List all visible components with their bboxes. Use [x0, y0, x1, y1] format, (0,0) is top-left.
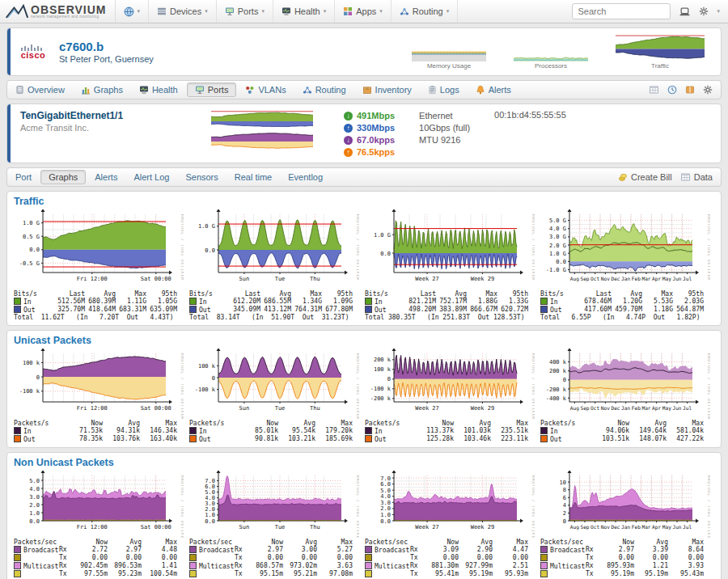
legend-header-cell: Packets/sec [189, 539, 249, 546]
legend-header-cell: Max [668, 539, 704, 546]
graph-traffic-year[interactable]: 5.0 G4.0 G3.0 G2.0 G1.0 G0.0-1.0 GAugSep… [540, 209, 710, 321]
action-data[interactable]: Data [680, 172, 713, 182]
nav-menu-globe[interactable]: ▾ [116, 0, 150, 23]
x-tick-label: Oct [590, 405, 599, 411]
graph-unicast-day[interactable]: 100 k0-100 kFri 12:00Sat 00:00RRDTOOL / … [14, 349, 184, 443]
gear-icon[interactable] [703, 85, 713, 95]
tab-graphs[interactable]: Graphs [74, 83, 130, 96]
table-icon[interactable] [649, 85, 659, 95]
port-tab-graphs[interactable]: Graphs [40, 170, 86, 184]
port-tab-label: Alerts [95, 172, 117, 182]
legend-value: 0.00 [668, 554, 704, 562]
gear-icon[interactable] [699, 6, 709, 16]
rrd-graph-week: 100 k0-100 kSunTueThuRRDTOOL / TOBI OETI… [189, 349, 359, 420]
chevron-down-icon: ▾ [324, 8, 327, 15]
nav-menu-ports[interactable]: Ports▾ [217, 0, 273, 23]
y-tick-label: 3.0 G [549, 234, 566, 240]
tab-health[interactable]: Health [132, 83, 185, 96]
action-create-bill[interactable]: Create Bill [618, 172, 672, 182]
legend-direction: Rx [235, 546, 249, 554]
legend-value: 564.87M [673, 306, 704, 314]
port-name[interactable]: TenGigabitEthernet1/1 [20, 110, 182, 121]
nav-menu-label: Health [294, 6, 320, 16]
clock-icon[interactable] [667, 85, 677, 95]
chevron-down-icon: ▾ [717, 8, 720, 15]
graph-nonunicast-month[interactable]: 7.06.05.04.03.02.01.00.0Week 27Week 29RR… [365, 471, 535, 578]
y-tick-label: 200 k [374, 357, 392, 363]
legend-value: 1.18G [642, 306, 673, 314]
graph-unicast-week[interactable]: 100 k0-100 kSunTueThuRRDTOOL / TOBI OETI… [189, 349, 359, 443]
graph-unicast-month[interactable]: 200 k100 k0-100 k-200 kWeek 27Week 29RRD… [365, 349, 535, 443]
legend-value: 146.34k [140, 427, 177, 435]
legend-value: 95.15m [249, 570, 283, 578]
legend-value: 95.41m [425, 570, 459, 578]
rrd-graph-year: 1086420AugSepOctNovDecJanFebMarAprMayJun… [540, 471, 710, 539]
tab-vlans[interactable]: VLANs [238, 83, 293, 96]
legend-value: 1.88G [467, 298, 497, 306]
x-tick-label: Mar [641, 276, 650, 281]
legend-direction: Tx [59, 570, 74, 578]
graph-nonunicast-day[interactable]: 5.04.03.02.01.00.0Fri 12:00Sat 00:00RRDT… [14, 471, 184, 578]
tab-logs[interactable]: Logs [421, 83, 467, 96]
observium-logo[interactable]: OBSERVIUM network management and monitor… [0, 0, 116, 23]
port-tab-alert-log[interactable]: Alert Log [126, 171, 176, 184]
legend-row-label: In [14, 427, 66, 435]
x-tick-label: Sat 00:00 [141, 276, 171, 282]
nav-menu-devices[interactable]: Devices▾ [149, 0, 217, 23]
tab-overview[interactable]: Overview [8, 83, 72, 96]
port-tab-alerts[interactable]: Alerts [87, 171, 125, 184]
legend-value: 0.00 [493, 554, 528, 562]
legend-row-label [189, 554, 235, 562]
legend-row-label: Out [189, 306, 230, 314]
x-tick-label: Sun [239, 405, 250, 412]
search-input[interactable] [572, 3, 671, 19]
device-minigraph[interactable]: Processors [514, 47, 588, 70]
nav-menu-routing[interactable]: Routing▾ [392, 0, 458, 23]
legend-header-cell: Now [592, 420, 629, 427]
health-icon [139, 85, 149, 95]
port-tab-eventlog[interactable]: Eventlog [281, 171, 330, 184]
port-stat-value: 330Mbps [357, 122, 395, 134]
legend-swatch [365, 427, 372, 434]
graph-legend: Packets/secNowAvgMaxBroadcastRx3.092.904… [365, 539, 535, 578]
port-tab-real-time[interactable]: Real time [227, 171, 279, 184]
nav-menu-apps[interactable]: Apps▾ [335, 0, 392, 23]
device-tabbar: OverviewGraphsHealthPortsVLANsRoutingInv… [6, 80, 722, 99]
graph-traffic-day[interactable]: 1.0 G0.5 G0.0-0.5 GFri 12:00Sat 00:00RRD… [14, 209, 184, 321]
tab-label: VLANs [258, 85, 286, 95]
book-icon[interactable] [685, 85, 695, 95]
graph-traffic-month[interactable]: 1.0 G0.0Week 27Week 29RRDTOOL / TOBI OET… [365, 209, 535, 321]
device-minigraph[interactable]: Traffic [616, 34, 705, 70]
legend-header-cell: Avg [454, 420, 491, 427]
legend-value: 95.23m [108, 570, 142, 578]
port-minigraphs[interactable] [211, 110, 313, 150]
tab-alerts[interactable]: Alerts [468, 83, 518, 96]
tab-routing[interactable]: Routing [295, 83, 353, 96]
y-tick-label: 5.0 G [549, 218, 566, 224]
port-stat-value: 67.0kpps [357, 134, 395, 146]
y-tick-label: -200 k [546, 387, 567, 393]
minigraph-caption: Processors [535, 62, 567, 70]
tab-ports[interactable]: Ports [187, 82, 237, 97]
nav-menu-health[interactable]: Health▾ [273, 0, 335, 23]
graph-nonunicast-week[interactable]: 7.06.05.04.03.02.01.00.0SunTueThuRRDTOOL… [189, 471, 359, 578]
legend-header-cell: Avg [612, 290, 642, 298]
nav-right-icons: ▾ [679, 6, 720, 17]
port-tab-sensors[interactable]: Sensors [178, 171, 225, 184]
legend-value: 95.93m [493, 570, 528, 578]
port-tab-port[interactable]: Port [8, 171, 39, 184]
device-location[interactable]: St Peter Port, Guernsey [59, 54, 154, 64]
graph-unicast-year[interactable]: 400 k200 k0-200 k-400 kAugSepOctNovDecJa… [540, 349, 710, 443]
legend-value: 71.53k [66, 427, 103, 435]
legend-value: 678.46M [581, 298, 612, 306]
laptop-icon[interactable] [679, 6, 691, 17]
legend-direction: Tx [410, 570, 425, 578]
tab-inventory[interactable]: Inventory [355, 83, 419, 96]
legend-row-label [540, 570, 586, 578]
device-minigraph[interactable]: Memory Usage [412, 47, 486, 70]
y-tick-label: 0.0 [29, 247, 40, 253]
device-name[interactable]: c7600.b [59, 40, 154, 54]
graph-nonunicast-year[interactable]: 1086420AugSepOctNovDecJanFebMarAprMayJun… [540, 471, 710, 578]
graph-traffic-week[interactable]: 1.0 G0.0SunTueThuRRDTOOL / TOBI OETIKERB… [189, 209, 359, 321]
legend-value: 125.28k [417, 435, 454, 443]
